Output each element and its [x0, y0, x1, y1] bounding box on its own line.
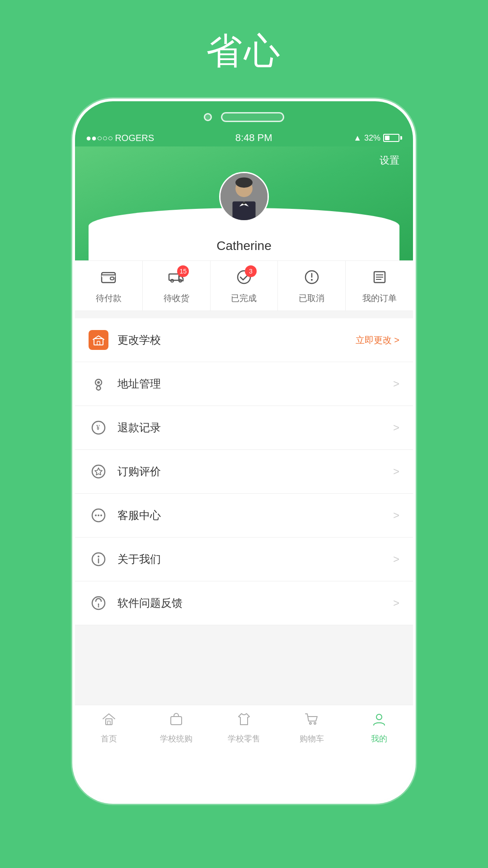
battery-body — [383, 134, 399, 142]
pin-icon — [89, 374, 108, 394]
menu-item-refund[interactable]: ¥ 退款记录 > — [75, 406, 413, 450]
school-icon — [89, 330, 108, 350]
tab-pending-payment[interactable]: 待付款 — [75, 261, 143, 311]
tab-completed-badge: 3 — [245, 265, 257, 277]
person-icon — [371, 712, 387, 731]
truck-icon: 15 — [168, 269, 184, 289]
cancel-icon — [304, 269, 320, 289]
menu-item-change-school[interactable]: 更改学校 立即更改 > — [75, 318, 413, 362]
star-icon — [89, 462, 108, 481]
svg-point-32 — [98, 514, 99, 516]
review-label: 订购评价 — [117, 464, 393, 479]
change-school-action: 立即更改 > — [356, 334, 399, 346]
speaker — [221, 112, 284, 122]
avatar-image — [221, 172, 267, 222]
feedback-chevron: > — [393, 597, 399, 609]
svg-point-33 — [100, 514, 102, 516]
battery-icon — [383, 134, 402, 142]
address-chevron: > — [393, 377, 399, 390]
svg-rect-41 — [108, 721, 110, 725]
home-button-area — [75, 749, 413, 801]
svg-point-45 — [376, 714, 382, 720]
svg-point-35 — [98, 556, 99, 557]
feedback-icon — [89, 593, 108, 613]
menu-item-address[interactable]: 地址管理 > — [75, 362, 413, 406]
status-carrier: ●●○○○ ROGERS — [86, 133, 154, 143]
menu-item-about[interactable]: 关于我们 > — [75, 538, 413, 581]
phone-frame: ●●○○○ ROGERS 8:48 PM ▲ 32% 设置 — [72, 99, 416, 804]
svg-point-29 — [92, 465, 105, 478]
list-icon — [371, 269, 388, 289]
nav-item-school-group[interactable]: 学校统购 — [143, 712, 211, 744]
status-time: 8:48 PM — [235, 132, 272, 144]
nav-item-cart[interactable]: 购物车 — [278, 712, 346, 744]
cart-icon — [304, 712, 319, 731]
screen-content: 设置 — [75, 146, 413, 801]
svg-rect-12 — [110, 277, 114, 280]
battery-tip — [400, 136, 402, 140]
about-label: 关于我们 — [117, 552, 393, 566]
tab-cancelled-label: 已取消 — [299, 292, 324, 304]
svg-point-44 — [314, 722, 316, 724]
about-chevron: > — [393, 553, 399, 566]
svg-text:¥: ¥ — [96, 424, 100, 431]
svg-rect-42 — [171, 717, 182, 725]
customer-service-chevron: > — [393, 509, 399, 522]
settings-button[interactable]: 设置 — [89, 154, 399, 167]
phone-top-hardware — [75, 101, 413, 129]
volume-up-button[interactable] — [72, 255, 74, 282]
change-school-label: 更改学校 — [117, 333, 356, 347]
svg-rect-23 — [94, 339, 103, 345]
tab-my-orders-label: 我的订单 — [362, 292, 397, 304]
bag-icon — [169, 712, 184, 731]
svg-rect-13 — [169, 274, 179, 280]
username: Catherine — [89, 235, 399, 260]
menu-item-feedback[interactable]: 软件问题反馈 > — [75, 581, 413, 625]
profile-header: 设置 — [75, 146, 413, 260]
home-icon — [101, 712, 117, 731]
tab-pending-delivery-badge: 15 — [177, 265, 189, 277]
camera-icon — [204, 113, 212, 121]
svg-rect-24 — [97, 341, 100, 345]
battery-percent: 32% — [364, 133, 380, 143]
tab-pending-delivery-label: 待收货 — [164, 292, 189, 304]
home-button[interactable] — [226, 757, 262, 793]
tab-completed[interactable]: 3 已完成 — [211, 261, 278, 311]
menu-item-review[interactable]: 订购评价 > — [75, 450, 413, 494]
tab-pending-delivery[interactable]: 15 待收货 — [143, 261, 211, 311]
shirt-icon — [236, 712, 252, 731]
refund-chevron: > — [393, 421, 399, 434]
tab-cancelled[interactable]: 已取消 — [278, 261, 346, 311]
nav-home-label: 首页 — [101, 733, 117, 744]
svg-point-31 — [95, 514, 97, 516]
checkmark-icon: 3 — [236, 269, 252, 289]
address-label: 地址管理 — [117, 377, 393, 391]
svg-point-43 — [310, 722, 311, 724]
status-bar: ●●○○○ ROGERS 8:48 PM ▲ 32% — [75, 129, 413, 146]
menu-item-customer-service[interactable]: 客服中心 > — [75, 494, 413, 538]
tab-pending-payment-label: 待付款 — [96, 292, 122, 304]
menu-section: 更改学校 立即更改 > 地址管理 > — [75, 311, 413, 705]
nav-my-label: 我的 — [371, 733, 387, 744]
volume-down-button[interactable] — [72, 291, 74, 318]
signal-dots: ●●○○○ — [86, 133, 113, 143]
nav-school-group-label: 学校统购 — [160, 733, 192, 744]
nav-item-school-retail[interactable]: 学校零售 — [210, 712, 278, 744]
location-icon: ▲ — [353, 133, 361, 143]
nav-item-home[interactable]: 首页 — [75, 712, 143, 744]
avatar[interactable] — [219, 172, 269, 222]
nav-item-my[interactable]: 我的 — [345, 712, 413, 744]
battery-fill — [385, 136, 389, 140]
power-button[interactable] — [414, 273, 416, 314]
svg-rect-40 — [106, 719, 112, 725]
customer-service-label: 客服中心 — [117, 508, 393, 523]
yen-icon: ¥ — [89, 418, 108, 438]
tab-my-orders[interactable]: 我的订单 — [346, 261, 413, 311]
svg-point-2 — [235, 177, 253, 188]
nav-cart-label: 购物车 — [300, 733, 324, 744]
svg-point-26 — [97, 381, 100, 384]
nav-school-retail-label: 学校零售 — [228, 733, 260, 744]
app-title: 省心 — [206, 27, 282, 76]
tab-completed-label: 已完成 — [231, 292, 257, 304]
svg-point-8 — [243, 202, 245, 204]
